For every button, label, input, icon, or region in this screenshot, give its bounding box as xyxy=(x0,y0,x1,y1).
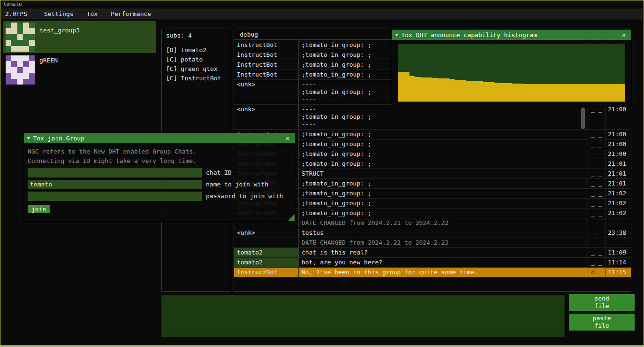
collapse-arrow-icon[interactable]: ▼ xyxy=(395,32,398,37)
histogram-bar xyxy=(472,81,477,101)
histogram-bar xyxy=(426,77,432,101)
fps-counter: 2.0FPS xyxy=(5,10,27,17)
message-time xyxy=(606,218,631,228)
histogram-window: ▼ Tox DHT announce capability histogram … xyxy=(392,30,631,106)
histogram-bar xyxy=(602,84,608,101)
member-item[interactable]: [C] InstructBot xyxy=(166,74,230,83)
histogram-bar xyxy=(597,84,602,101)
message-text: No, I've been in this group for quite so… xyxy=(299,268,589,277)
histogram-bar xyxy=(461,80,466,101)
message-time: 21:02 xyxy=(606,199,631,208)
message-text: chat is this real? xyxy=(299,248,589,257)
histogram-bar xyxy=(557,84,562,101)
message-flags: _ _ xyxy=(589,199,606,208)
histogram-bar xyxy=(512,84,517,101)
message-author: InstructBot xyxy=(234,268,299,277)
histogram-bar xyxy=(494,83,500,101)
resize-grip-icon[interactable] xyxy=(288,214,295,221)
join-name-input[interactable]: tomato xyxy=(28,180,202,189)
message-time: 21:00 xyxy=(606,149,631,159)
send-file-label-line2: file xyxy=(594,302,609,310)
message-author: tomato2 xyxy=(234,258,299,267)
join-button[interactable]: join xyxy=(28,205,50,213)
message-text: testus xyxy=(299,228,589,238)
chat-id-label: chat ID xyxy=(206,168,232,177)
send-file-button[interactable]: send file xyxy=(569,294,635,311)
close-icon[interactable]: ✕ xyxy=(283,135,292,142)
chat-id-input[interactable] xyxy=(28,168,202,177)
window-bottom-edge xyxy=(0,345,644,347)
message-text: ;tomato_in_group: ; xyxy=(299,149,589,159)
histogram-plot xyxy=(398,44,625,102)
chat-message-row: <unk>----;tomato_in_group: ;----_ _21:00 xyxy=(234,105,631,130)
member-item[interactable]: [D] tomato2 xyxy=(166,46,230,55)
message-author: <unk> xyxy=(234,228,299,238)
histogram-bar xyxy=(432,78,438,101)
menu-item-performance[interactable]: Performance xyxy=(104,10,158,17)
message-text: DATE CHANGED from 2024.2.22 to 2024.2.23 xyxy=(299,238,589,247)
histogram-bar xyxy=(398,72,404,101)
member-item[interactable]: [C] green_qtox xyxy=(166,64,230,74)
message-author: tomato2 xyxy=(234,248,299,257)
histogram-bar xyxy=(523,84,529,101)
join-name-label: name to join with xyxy=(206,180,268,189)
close-icon[interactable]: ✕ xyxy=(620,31,628,39)
message-flags: _ _ xyxy=(589,130,606,139)
histogram-bar xyxy=(562,84,568,101)
message-flags: _ _ xyxy=(589,149,606,159)
menu-item-tox[interactable]: Tox xyxy=(80,10,104,17)
sidebar-group-green[interactable]: gREEN xyxy=(3,54,156,86)
message-time: 11:15 xyxy=(606,268,631,277)
group-name: gREEN xyxy=(39,57,58,86)
message-text: bot, are you new here? xyxy=(299,258,589,267)
collapse-arrow-icon[interactable]: ▼ xyxy=(27,136,30,140)
histogram-bar xyxy=(580,84,585,101)
ngc-info-line2: Connecting via ID might take a very long… xyxy=(28,156,291,166)
send-file-label-line1: send xyxy=(594,295,609,302)
chat-scrollbar-thumb[interactable] xyxy=(581,108,585,129)
message-text: ;tomato_in_group: ; xyxy=(299,199,589,208)
message-time: 21:00 xyxy=(606,130,631,139)
chat-message-row: tomato2bot, are you new here?_ _11:14 xyxy=(234,258,631,268)
message-time: 21:01 xyxy=(606,179,631,188)
menu-bar: 2.0FPS Settings Tox Performance xyxy=(1,8,643,20)
message-time: 11:14 xyxy=(606,258,631,267)
window-title: tomato xyxy=(3,1,22,7)
histogram-bar xyxy=(483,82,489,101)
message-text: ;tomato_in_group: ; xyxy=(299,189,589,198)
ngc-info-line1: NGC refers to the New DHT enabled Group … xyxy=(28,147,291,156)
sidebar-group-test-group3[interactable]: test_group3 xyxy=(3,21,156,53)
message-text: STRUCT xyxy=(299,169,589,178)
histogram-bar xyxy=(608,84,614,101)
message-time: 23:38 xyxy=(606,228,631,238)
paste-file-button[interactable]: paste file xyxy=(569,314,635,331)
message-text: ;tomato_in_group: ; xyxy=(299,130,589,139)
message-author: InstructBot xyxy=(234,70,299,79)
histogram-bar xyxy=(619,84,625,101)
message-flags: _ _ xyxy=(589,189,606,198)
message-time: 21:00 xyxy=(606,139,631,149)
histogram-window-titlebar[interactable]: ▼ Tox DHT announce capability histogram … xyxy=(392,30,631,40)
histogram-bar xyxy=(614,84,619,101)
histogram-bar xyxy=(517,84,523,101)
message-text: ;tomato_in_group: ; xyxy=(299,179,589,188)
histogram-bar xyxy=(540,84,546,101)
message-text: ;tomato_in_group: ; xyxy=(299,208,589,218)
histogram-bar xyxy=(506,83,511,101)
histogram-bar xyxy=(529,84,534,101)
message-text: ;tomato_in_group: ; xyxy=(299,139,589,149)
message-time: 21:02 xyxy=(606,208,631,218)
member-item[interactable]: [C] potato xyxy=(166,55,230,64)
histogram-bar xyxy=(466,81,472,101)
join-password-input[interactable] xyxy=(28,192,202,201)
message-flags: d xyxy=(589,268,606,277)
menu-item-settings[interactable]: Settings xyxy=(38,10,80,17)
tab-debug[interactable]: debug xyxy=(240,31,258,38)
message-input[interactable] xyxy=(161,295,565,337)
message-time: 21:01 xyxy=(606,169,631,178)
join-group-titlebar[interactable]: ▼ Tox join Group ✕ xyxy=(24,133,295,143)
join-group-body: NGC refers to the New DHT enabled Group … xyxy=(24,143,295,221)
message-time: 21:01 xyxy=(606,159,631,169)
histogram-bar xyxy=(574,84,579,101)
message-text: ;tomato_in_group: ; xyxy=(299,159,589,169)
